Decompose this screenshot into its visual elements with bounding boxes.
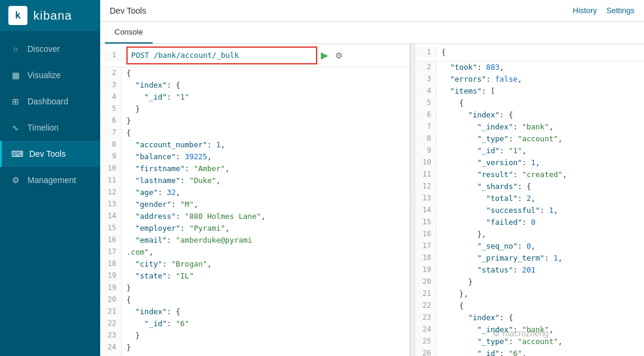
kibana-icon: k (8, 6, 27, 25)
pane-divider[interactable]: ⋮ (410, 44, 415, 356)
line-content: { (122, 127, 410, 139)
output-line: 26 "_id": "6", (415, 348, 644, 356)
sidebar-item-devtools[interactable]: ⌨ Dev Tools (0, 141, 100, 167)
line-content: }, (436, 228, 644, 240)
management-icon: ⚙ (10, 174, 21, 186)
line-num: 4 (415, 85, 436, 97)
output-line: 22 { (415, 300, 644, 312)
line-num: 26 (415, 348, 436, 356)
top-bar-actions: History Settings (573, 6, 634, 15)
code-line: 14 "address": "880 Holmes Lane", (100, 210, 410, 222)
line-content: "account_number": 1, (122, 139, 410, 151)
line-num: 6 (415, 109, 436, 120)
line-content: "balance": 39225, (122, 151, 410, 163)
output-line: 3 "errors": false, (415, 73, 644, 85)
line-content: "_id": "6", (436, 348, 644, 356)
line-content: "_id": "1" (122, 91, 410, 103)
output-line: 11 "result": "created", (415, 169, 644, 181)
line-content: "gender": "M", (122, 199, 410, 210)
run-button[interactable]: ▶ (317, 49, 332, 61)
output-line: 23 "index": { (415, 312, 644, 324)
line-content: { (436, 97, 644, 109)
code-line: 17 .com", (100, 246, 410, 258)
tab-console[interactable]: Console (105, 21, 153, 44)
line-content: "result": "created", (436, 169, 644, 181)
code-line: 23 } (100, 330, 410, 342)
line-num: 20 (415, 276, 436, 287)
timelion-icon: ∿ (10, 122, 21, 134)
line-content: "_type": "account", (436, 336, 644, 348)
history-link[interactable]: History (573, 6, 597, 15)
input-pane: 1 POST /bank/account/_bulk ▶ ⚙ 2 { 3 "in… (100, 44, 410, 356)
sidebar-item-discover[interactable]: ○ Discover (0, 36, 100, 62)
line-num: 11 (100, 175, 122, 186)
line-num: 15 (100, 222, 122, 234)
line-num: 10 (100, 163, 122, 174)
code-line: 20 { (100, 294, 410, 306)
tabs-bar: Console (100, 21, 644, 44)
line-content: "employer": "Pyrami", (122, 222, 410, 234)
line-num: 21 (415, 288, 436, 299)
line-num: 17 (415, 240, 436, 252)
line-num: 2 (100, 67, 122, 79)
line-num: 8 (100, 139, 122, 150)
line-num: 22 (415, 300, 436, 311)
code-line: 18 "city": "Brogan", (100, 258, 410, 270)
code-line: 10 "firstname": "Amber", (100, 163, 410, 175)
output-pane: 1 { 2 "took": 883, 3 "errors": false, 4 … (415, 44, 644, 356)
url-input-box[interactable]: POST /bank/account/_bulk (126, 47, 317, 64)
code-line: 4 "_id": "1" (100, 91, 410, 103)
sidebar-item-dashboard[interactable]: ⊞ Dashboard (0, 88, 100, 114)
sidebar-item-label: Timelion (27, 123, 58, 132)
line-content: { (436, 300, 644, 312)
line-content: "errors": false, (436, 73, 644, 85)
code-line: 16 "email": "amberduke@pyrami (100, 234, 410, 246)
url-line: 1 POST /bank/account/_bulk ▶ ⚙ (100, 44, 410, 67)
output-line: 4 "items": [ (415, 85, 644, 97)
line-num: 24 (100, 342, 122, 353)
code-line: 11 "lastname": "Duke", (100, 175, 410, 187)
line-content: "_shards": { (436, 181, 644, 193)
output-editor: 1 { 2 "took": 883, 3 "errors": false, 4 … (415, 44, 644, 356)
line-num: 16 (100, 234, 122, 246)
line-content: "items": [ (436, 85, 644, 97)
line-content: "city": "Brogan", (122, 258, 410, 270)
line-content: } (122, 103, 410, 115)
visualize-icon: ▦ (10, 69, 21, 81)
output-line: 20 } (415, 276, 644, 288)
line-content: .com", (122, 246, 410, 258)
input-editor[interactable]: 1 POST /bank/account/_bulk ▶ ⚙ 2 { 3 "in… (100, 44, 410, 356)
output-line: 13 "total": 2, (415, 193, 644, 205)
line-content: "_index": "bank", (436, 121, 644, 133)
sidebar-item-timelion[interactable]: ∿ Timelion (0, 114, 100, 141)
line-num: 25 (100, 354, 122, 356)
line-num: 14 (415, 205, 436, 216)
line-content: } (122, 115, 410, 127)
code-line: 25 { (100, 354, 410, 356)
output-line: 14 "successful": 1, (415, 205, 644, 216)
line-content: }, (436, 288, 644, 300)
app-logo: k kibana (0, 0, 100, 31)
sidebar-item-label: Management (27, 175, 76, 185)
dashboard-icon: ⊞ (10, 95, 21, 107)
line-num: 12 (100, 187, 122, 198)
sidebar-item-label: Dev Tools (29, 149, 66, 159)
line-num: 9 (100, 151, 122, 162)
output-line: 15 "failed": 0 (415, 216, 644, 228)
editor-settings-button[interactable]: ⚙ (332, 49, 346, 61)
line-num: 8 (415, 133, 436, 144)
settings-link[interactable]: Settings (606, 6, 634, 15)
line-content: "failed": 0 (436, 216, 644, 228)
sidebar-item-visualize[interactable]: ▦ Visualize (0, 62, 100, 88)
line-num: 2 (415, 61, 436, 73)
line-content: "address": "880 Holmes Lane", (122, 210, 410, 222)
line-num: 11 (415, 169, 436, 180)
line-num: 17 (100, 246, 122, 258)
line-num: 4 (100, 91, 122, 103)
line-num: 13 (415, 193, 436, 204)
sidebar-item-management[interactable]: ⚙ Management (0, 167, 100, 193)
line-num: 9 (415, 145, 436, 156)
line-num: 22 (100, 318, 122, 329)
line-content: "firstname": "Amber", (122, 163, 410, 175)
line-content: } (122, 282, 410, 294)
